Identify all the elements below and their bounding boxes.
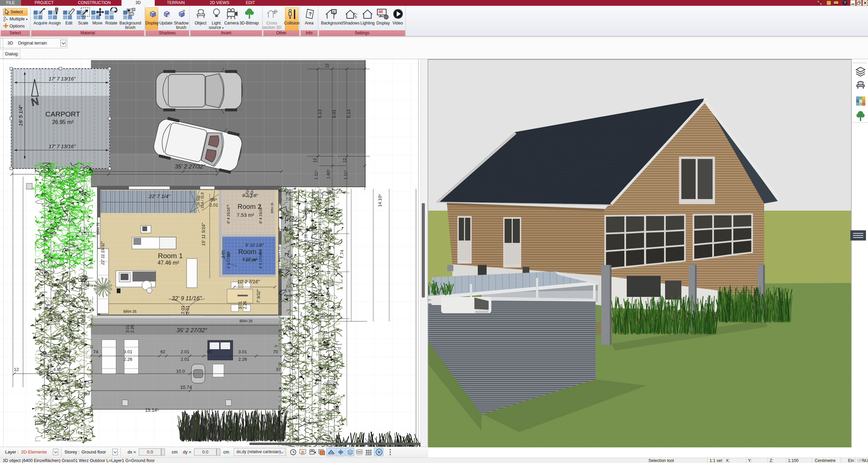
- svg-text:2.01: 2.01: [221, 250, 226, 258]
- svg-text:CARPORT: CARPORT: [45, 110, 80, 118]
- svg-text:10 1/8": 10 1/8": [246, 258, 258, 262]
- svg-text:2.26: 2.26: [130, 325, 135, 333]
- svg-text:1.11⁵: 1.11⁵: [314, 170, 319, 179]
- svg-text:2.01: 2.01: [181, 357, 189, 362]
- svg-text:?: ?: [308, 11, 312, 17]
- svg-text:12: 12: [14, 367, 19, 372]
- svg-text:18 Stg.: 18 Stg.: [196, 195, 200, 206]
- svg-text:15.6 / 31.8: 15.6 / 31.8: [201, 192, 204, 209]
- svg-text:12: 12: [342, 158, 347, 163]
- svg-text:1.26: 1.26: [304, 234, 308, 241]
- svg-text:17' 7 13/16": 17' 7 13/16": [49, 76, 76, 82]
- svg-text:62: 62: [161, 349, 165, 354]
- svg-text:?: ?: [844, 1, 846, 5]
- svg-text:11: 11: [326, 270, 331, 274]
- svg-text:26.95 m²: 26.95 m²: [52, 119, 74, 125]
- svg-text:BRH 35: BRH 35: [240, 319, 253, 323]
- svg-text:6' 9 17/16"⁵: 6' 9 17/16"⁵: [259, 251, 263, 268]
- svg-text:88⁵: 88⁵: [227, 251, 231, 257]
- svg-text:2.01: 2.01: [180, 305, 185, 314]
- svg-text:12: 12: [313, 158, 317, 163]
- svg-text:BRH 75: BRH 75: [96, 222, 100, 234]
- svg-text:3.01: 3.01: [238, 349, 247, 354]
- svg-text:12: 12: [325, 63, 329, 68]
- svg-text:2.26: 2.26: [124, 357, 132, 362]
- svg-text:8' 4 15/16"⁵: 8' 4 15/16"⁵: [226, 204, 230, 224]
- svg-text:2.01: 2.01: [209, 202, 218, 208]
- svg-text:17' 7 13/16": 17' 7 13/16": [49, 143, 76, 149]
- svg-text:22' 7 1/4": 22' 7 1/4": [149, 193, 170, 199]
- svg-text:2.01: 2.01: [181, 349, 189, 354]
- svg-text:1.60⁵: 1.60⁵: [326, 169, 331, 179]
- svg-text:BRH 35: BRH 35: [124, 309, 137, 314]
- svg-text:3.01: 3.01: [238, 301, 243, 309]
- svg-text:Room 3: Room 3: [238, 248, 262, 255]
- svg-text:3.01: 3.01: [124, 349, 132, 354]
- svg-text:22' 11 19/32": 22' 11 19/32": [100, 241, 105, 265]
- svg-text:BRH 1.50: BRH 1.50: [278, 246, 281, 260]
- svg-text:5.01: 5.01: [332, 109, 337, 118]
- svg-text:74: 74: [93, 349, 98, 354]
- svg-text:Room 2: Room 2: [238, 203, 261, 210]
- svg-text:7.53 m²: 7.53 m²: [237, 212, 254, 218]
- svg-text:37: 37: [276, 367, 281, 372]
- svg-text:10' 2 7/16": 10' 2 7/16": [237, 279, 260, 284]
- svg-text:5.13: 5.13: [317, 109, 322, 118]
- svg-text:5.13: 5.13: [346, 109, 351, 118]
- svg-text:9' 10 1/8": 9' 10 1/8": [245, 243, 264, 248]
- svg-text:88⁵: 88⁵: [210, 197, 217, 202]
- svg-text:65: 65: [207, 349, 212, 354]
- svg-text:15.14⁵: 15.14⁵: [145, 407, 159, 413]
- svg-text:4.65⁵: 4.65⁵: [53, 367, 64, 372]
- svg-text:BRH 35: BRH 35: [270, 202, 274, 213]
- svg-text:N: N: [378, 450, 380, 454]
- svg-text:2.26: 2.26: [238, 357, 247, 362]
- svg-text:7' 9/32": 7' 9/32": [256, 289, 261, 303]
- svg-text:10.0: 10.0: [176, 369, 185, 374]
- svg-text:14.10⁵: 14.10⁵: [377, 194, 382, 207]
- svg-text:47.46 m²: 47.46 m²: [157, 260, 179, 266]
- svg-text:32' 9 11/16": 32' 9 11/16": [172, 295, 202, 302]
- svg-text:2.26: 2.26: [243, 301, 247, 309]
- svg-text:3.01: 3.01: [125, 325, 130, 333]
- svg-text:10.74: 10.74: [180, 385, 192, 390]
- svg-text:Room 1: Room 1: [158, 252, 183, 260]
- svg-text:35' 2 27/32": 35' 2 27/32": [175, 163, 206, 170]
- svg-text:70: 70: [273, 349, 278, 354]
- svg-text:15' 11 5/16": 15' 11 5/16": [201, 222, 206, 246]
- svg-text:35' 2 27/32": 35' 2 27/32": [176, 327, 207, 334]
- svg-text:1.11⁵: 1.11⁵: [343, 170, 348, 179]
- svg-text:2.01: 2.01: [185, 305, 190, 314]
- svg-text:16' 5 1/4": 16' 5 1/4": [18, 105, 23, 126]
